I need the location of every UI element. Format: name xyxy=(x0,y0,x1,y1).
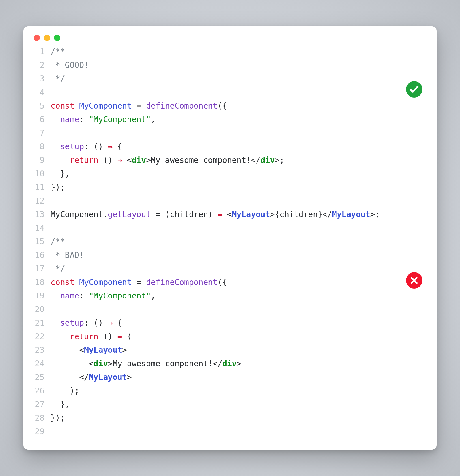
line-number: 10 xyxy=(34,167,51,181)
line-number: 15 xyxy=(34,235,51,248)
code-token: < xyxy=(51,345,84,355)
code-token: My awesome component! xyxy=(151,155,251,165)
line-number: 7 xyxy=(34,126,51,140)
code-token: return xyxy=(70,332,98,341)
line-content xyxy=(51,86,426,99)
code-token: : xyxy=(79,115,89,124)
line-number: 11 xyxy=(34,181,51,194)
line-content: setup: () ⇒ { xyxy=(51,316,426,330)
good-badge-icon xyxy=(406,81,422,98)
code-token: const xyxy=(51,101,79,111)
code-line: 1/** xyxy=(34,45,426,59)
code-line: 11}); xyxy=(34,181,426,194)
code-line: 4 xyxy=(34,86,426,99)
close-icon[interactable] xyxy=(34,35,40,41)
code-token: MyLayout xyxy=(89,373,127,382)
code-token: MyComponent xyxy=(79,278,132,287)
line-content: name: "MyComponent", xyxy=(51,113,426,126)
line-number: 5 xyxy=(34,99,51,113)
code-line: 19 name: "MyComponent", xyxy=(34,289,426,303)
code-token: defineComponent xyxy=(146,101,218,111)
code-token: return xyxy=(70,155,98,165)
code-token xyxy=(51,142,60,151)
line-number: 12 xyxy=(34,194,51,208)
code-token: defineComponent xyxy=(146,278,218,287)
code-token xyxy=(51,332,70,341)
code-line: 5const MyComponent = defineComponent({ xyxy=(34,99,426,113)
code-token: { xyxy=(113,142,122,151)
code-token xyxy=(51,115,60,124)
code-line: 21 setup: () ⇒ { xyxy=(34,316,426,330)
line-content xyxy=(51,425,426,438)
bad-badge-icon xyxy=(406,272,422,289)
code-token: name xyxy=(60,291,79,300)
line-content: const MyComponent = defineComponent({ xyxy=(51,99,426,113)
line-number: 29 xyxy=(34,425,51,438)
code-line: 28}); xyxy=(34,411,426,425)
line-number: 26 xyxy=(34,384,51,398)
code-token xyxy=(51,291,60,300)
code-token: </ xyxy=(51,373,89,382)
code-token: > xyxy=(122,345,127,355)
code-line: 10 }, xyxy=(34,167,426,181)
code-line: 7 xyxy=(34,126,426,140)
code-token: { xyxy=(113,318,122,328)
line-content: setup: () ⇒ { xyxy=(51,140,426,153)
line-number: 17 xyxy=(34,262,51,276)
line-content: <div>My awesome component!</div> xyxy=(51,357,426,371)
line-number: 23 xyxy=(34,343,51,357)
code-token: const xyxy=(51,278,79,287)
line-content: }, xyxy=(51,398,426,411)
code-token: "MyComponent" xyxy=(89,115,151,124)
code-token xyxy=(51,155,70,165)
line-number: 14 xyxy=(34,221,51,235)
line-number: 16 xyxy=(34,248,51,262)
code-token: ⇒ xyxy=(108,142,113,151)
window-controls xyxy=(34,35,426,41)
code-token: }, xyxy=(51,169,70,178)
code-line: 2 * GOOD! xyxy=(34,59,426,72)
code-line: 26 ); xyxy=(34,384,426,398)
code-token: "MyComponent" xyxy=(89,291,151,300)
minimize-icon[interactable] xyxy=(44,35,50,41)
code-line: 14 xyxy=(34,221,426,235)
code-token: > xyxy=(127,373,132,382)
line-number: 24 xyxy=(34,357,51,371)
code-token: */ xyxy=(51,74,65,83)
code-token: : () xyxy=(84,142,108,151)
code-line: 29 xyxy=(34,425,426,438)
line-content: </MyLayout> xyxy=(51,371,426,384)
code-token: ({ xyxy=(218,278,227,287)
code-line: 22 return () ⇒ ( xyxy=(34,330,426,343)
line-content xyxy=(51,303,426,316)
code-token: MyLayout xyxy=(332,210,370,219)
line-number: 21 xyxy=(34,316,51,330)
code-token: < xyxy=(122,155,132,165)
line-content: /** xyxy=(51,45,426,59)
code-token: </ xyxy=(213,359,222,368)
code-token: setup xyxy=(60,318,84,328)
code-line: 8 setup: () ⇒ { xyxy=(34,140,426,153)
code-token: * GOOD! xyxy=(51,60,89,70)
code-token: ); xyxy=(51,386,79,395)
line-content: <MyLayout> xyxy=(51,343,426,357)
code-line: 25 </MyLayout> xyxy=(34,371,426,384)
line-number: 2 xyxy=(34,59,51,72)
code-token: </ xyxy=(251,155,261,165)
code-token: div xyxy=(94,359,108,368)
zoom-icon[interactable] xyxy=(54,35,60,41)
line-content: }); xyxy=(51,411,426,425)
line-number: 22 xyxy=(34,330,51,343)
code-token: > xyxy=(146,155,151,165)
code-token: }, xyxy=(51,400,70,409)
code-token: }); xyxy=(51,183,65,192)
code-token: () xyxy=(98,155,117,165)
code-line: 16 * BAD! xyxy=(34,248,426,262)
line-number: 25 xyxy=(34,371,51,384)
line-content: return () ⇒ <div>My awesome component!</… xyxy=(51,153,426,167)
code-line: 20 xyxy=(34,303,426,316)
code-token: /** xyxy=(51,47,65,56)
code-token: div xyxy=(222,359,237,368)
line-content: MyComponent.getLayout = (children) ⇒ <My… xyxy=(51,208,426,221)
code-token: MyLayout xyxy=(84,345,122,355)
